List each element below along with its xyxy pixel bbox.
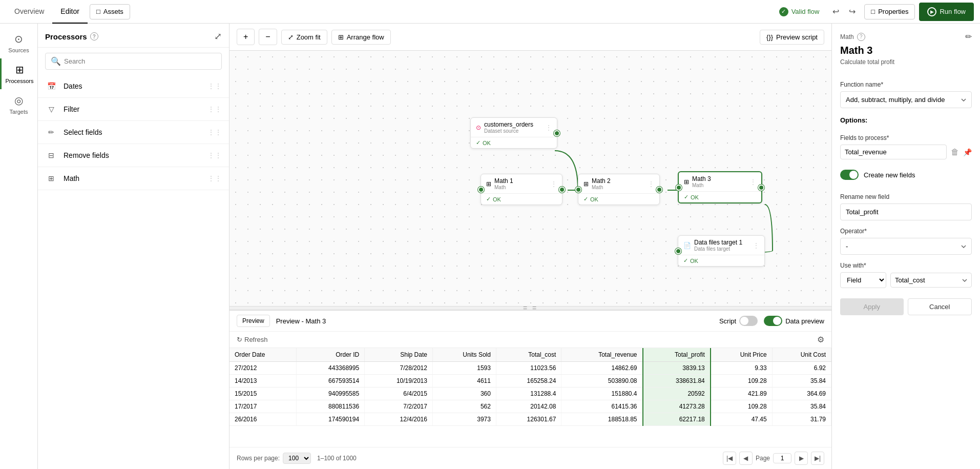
node-customers-orders[interactable]: ⊙ customers_orders Dataset source ⋮ ✓ OK: [470, 117, 557, 149]
drag-handle[interactable]: ⋮⋮: [207, 174, 222, 182]
target-icon: 📄: [683, 242, 691, 249]
sources-icon: ⊙: [14, 33, 23, 45]
table-column-header[interactable]: Total_cost: [496, 348, 561, 362]
script-icon: {}}: [766, 33, 773, 41]
first-page-button[interactable]: |◀: [723, 452, 736, 465]
rename-new-field-input[interactable]: [840, 203, 972, 220]
settings-button[interactable]: ⚙: [817, 335, 824, 344]
arrange-flow-button[interactable]: ⊞ Arrange flow: [331, 30, 391, 45]
rows-per-page-select[interactable]: 100 50 25: [283, 453, 311, 464]
table-cell: 4611: [432, 375, 496, 388]
table-column-header[interactable]: Total_profit: [643, 348, 711, 362]
delete-field-button[interactable]: 🗑: [951, 148, 959, 157]
drag-handle[interactable]: ⋮⋮: [207, 105, 222, 113]
fields-to-process-select[interactable]: Total_revenue: [840, 145, 947, 159]
properties-button[interactable]: □ Properties: [864, 4, 915, 19]
rp-help-icon[interactable]: ?: [857, 33, 865, 41]
preview-tab-button[interactable]: Preview: [237, 315, 270, 327]
zoom-fit-button[interactable]: ⤢ Zoom fit: [281, 30, 327, 45]
nav-editor[interactable]: Editor: [52, 0, 88, 24]
sidebar-item-sources[interactable]: ⊙ Sources: [0, 28, 37, 58]
prev-page-button[interactable]: ◀: [739, 452, 753, 465]
redo-button[interactable]: ↪: [844, 4, 860, 20]
processor-math[interactable]: ⊞ Math ⋮⋮: [38, 167, 229, 190]
last-page-button[interactable]: ▶|: [811, 452, 824, 465]
table-cell: 3973: [432, 413, 496, 426]
table-header-row: Order DateOrder IDShip DateUnits SoldTot…: [230, 348, 831, 362]
run-flow-button[interactable]: ▶ Run flow: [919, 3, 974, 21]
node-math1[interactable]: ⊞ Math 1 Math ⋮ ✓ OK: [481, 174, 562, 205]
processors-icon: ⊞: [15, 64, 24, 76]
zoom-in-button[interactable]: +: [237, 29, 255, 45]
use-with-field-select[interactable]: Total_cost Total_revenue: [890, 273, 972, 288]
table-column-header[interactable]: Total_revenue: [561, 348, 643, 362]
node-menu-icon[interactable]: ⋮: [648, 180, 654, 188]
table-column-header[interactable]: Order ID: [297, 348, 365, 362]
drag-handle[interactable]: ⋮⋮: [207, 82, 222, 90]
table-cell: 126301.67: [496, 413, 561, 426]
table-row: 27/20124433689957/28/2012159311023.56148…: [230, 362, 831, 375]
node-math3[interactable]: ⊞ Math 3 Math ⋮ ✓ OK: [678, 171, 762, 203]
table-body: 27/20124433689957/28/2012159311023.56148…: [230, 362, 831, 426]
table-column-header[interactable]: Unit Cost: [772, 348, 831, 362]
page-input[interactable]: [773, 453, 791, 463]
operator-select[interactable]: - + × ÷: [840, 238, 972, 255]
table-column-header[interactable]: Order Date: [230, 348, 297, 362]
node-status: ✓ OK: [578, 194, 659, 205]
script-toggle-switch[interactable]: [739, 316, 758, 326]
sidebar-item-processors[interactable]: ⊞ Processors: [0, 58, 37, 89]
input-dot[interactable]: [478, 187, 484, 193]
node-math2[interactable]: ⊞ Math 2 Math ⋮ ✓ OK: [578, 174, 660, 205]
collapse-panel-button[interactable]: ⤢: [214, 31, 222, 42]
node-menu-icon[interactable]: ⋮: [750, 178, 756, 186]
output-dot[interactable]: [559, 187, 565, 193]
processor-remove-fields[interactable]: ⊟ Remove fields ⋮⋮: [38, 144, 229, 167]
function-name-select[interactable]: Add, subtract, multiply, and divide: [840, 91, 972, 108]
flow-canvas[interactable]: ⊙ customers_orders Dataset source ⋮ ✓ OK: [230, 51, 831, 306]
data-preview-switch[interactable]: [764, 316, 782, 326]
next-page-button[interactable]: ▶: [795, 452, 808, 465]
use-with-type-select[interactable]: Field Value: [840, 272, 886, 288]
zoom-out-button[interactable]: −: [259, 29, 277, 45]
input-dot[interactable]: [676, 185, 682, 191]
table-cell: 15/2015: [230, 388, 297, 400]
apply-button[interactable]: Apply: [840, 298, 904, 315]
resize-handle[interactable]: = =: [230, 306, 831, 310]
output-dot[interactable]: [758, 185, 764, 191]
drag-handle[interactable]: ⋮⋮: [207, 128, 222, 136]
search-input[interactable]: [64, 57, 216, 65]
pin-field-button[interactable]: 📌: [963, 148, 972, 156]
table-footer: Rows per page: 100 50 25 1–100 of 1000 |…: [230, 447, 831, 469]
table-column-header[interactable]: Unit Price: [711, 348, 772, 362]
rp-edit-button[interactable]: ✏: [965, 32, 972, 42]
rows-per-page: Rows per page: 100 50 25: [237, 453, 311, 464]
node-menu-icon[interactable]: ⋮: [753, 242, 759, 249]
table-row: 15/20159409955856/4/2015360131288.415188…: [230, 388, 831, 400]
create-new-fields-toggle[interactable]: [840, 170, 859, 180]
refresh-button[interactable]: ↻ Refresh: [237, 336, 268, 343]
table-cell: 6.92: [772, 362, 831, 375]
preview-table-wrap[interactable]: Order DateOrder IDShip DateUnits SoldTot…: [230, 348, 831, 447]
processor-filter[interactable]: ▽ Filter ⋮⋮: [38, 98, 229, 121]
input-dot[interactable]: [675, 248, 681, 254]
processor-dates[interactable]: 📅 Dates ⋮⋮: [38, 75, 229, 98]
output-dot[interactable]: [656, 187, 662, 193]
input-dot[interactable]: [575, 187, 581, 193]
preview-script-button[interactable]: {}} Preview script: [760, 30, 824, 45]
help-icon[interactable]: ?: [90, 32, 98, 40]
create-new-fields-row: Create new fields: [840, 170, 972, 180]
processor-select-fields[interactable]: ✏ Select fields ⋮⋮: [38, 121, 229, 144]
node-menu-icon[interactable]: ⋮: [546, 124, 552, 131]
cancel-button[interactable]: Cancel: [908, 298, 972, 315]
node-menu-icon[interactable]: ⋮: [551, 180, 557, 188]
undo-button[interactable]: ↩: [827, 4, 844, 20]
table-column-header[interactable]: Ship Date: [365, 348, 433, 362]
table-column-header[interactable]: Units Sold: [432, 348, 496, 362]
nav-overview[interactable]: Overview: [6, 0, 52, 24]
drag-handle[interactable]: ⋮⋮: [207, 151, 222, 159]
preview-table: Order DateOrder IDShip DateUnits SoldTot…: [230, 348, 831, 426]
output-dot[interactable]: [554, 130, 560, 136]
sidebar-item-targets[interactable]: ◎ Targets: [0, 89, 37, 120]
nav-assets[interactable]: □ Assets: [90, 4, 130, 19]
node-data-files-target[interactable]: 📄 Data files target 1 Data files target …: [678, 235, 765, 267]
